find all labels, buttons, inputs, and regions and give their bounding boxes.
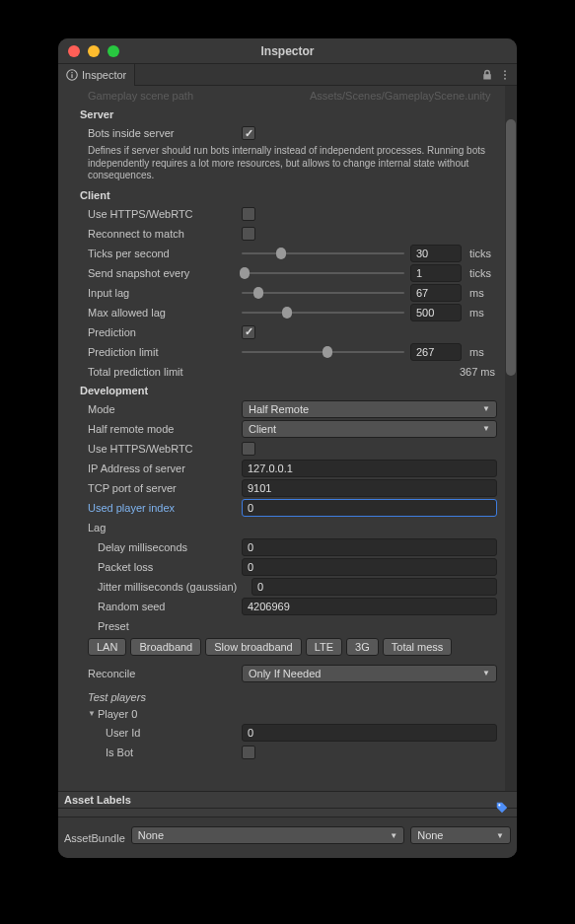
scrollbar[interactable] [505, 86, 517, 791]
tcp-input[interactable] [242, 479, 497, 497]
svg-rect-2 [71, 72, 72, 73]
server-heading: Server [64, 106, 497, 123]
total-prediction-row: Total prediction limit 367 ms [64, 362, 497, 382]
mode-dropdown[interactable]: Half Remote▼ [242, 400, 497, 418]
info-icon [66, 69, 78, 81]
is-bot-row: Is Bot [64, 743, 497, 762]
max-allowed-lag-row: Max allowed lag ms [64, 303, 497, 322]
titlebar: Inspector [58, 38, 517, 64]
inspector-window: Inspector Inspector Gameplay scene path … [58, 38, 517, 858]
bots-inside-server-row: Bots inside server [64, 123, 497, 143]
preset-total-mess-button[interactable]: Total mess [383, 638, 453, 656]
traffic-lights [58, 45, 119, 57]
reconnect-checkbox[interactable] [242, 227, 255, 241]
send-snapshot-row: Send snapshot every ticks [64, 263, 497, 283]
chevron-down-icon: ▼ [482, 404, 490, 413]
lag-heading: Lag [64, 522, 242, 533]
dev-use-https-row: Use HTTPS/WebRTC [64, 439, 497, 459]
zoom-window-button[interactable] [108, 45, 119, 57]
jitter-ms-row: Jitter milliseconds (gaussian) [64, 577, 497, 597]
client-use-https-row: Use HTTPS/WebRTC [64, 204, 497, 224]
reconnect-row: Reconnect to match [64, 224, 497, 244]
user-id-row: User Id [64, 723, 497, 743]
reconcile-dropdown[interactable]: Only If Needed▼ [242, 665, 497, 682]
input-lag-row: Input lag ms [64, 283, 497, 303]
preset-slow-broadband-button[interactable]: Slow broadband [205, 638, 302, 656]
preset-buttons: LAN Broadband Slow broadband LTE 3G Tota… [64, 636, 497, 658]
ticks-per-second-input[interactable] [410, 245, 462, 262]
preset-3g-button[interactable]: 3G [346, 638, 379, 656]
random-seed-row: Random seed [64, 597, 497, 616]
prediction-limit-row: Prediction limit ms [64, 342, 497, 362]
asset-bundle-row: AssetBundle None▼ None▼ [58, 817, 517, 858]
half-remote-mode-dropdown[interactable]: Client▼ [242, 420, 497, 438]
used-player-index-input[interactable] [242, 499, 497, 517]
gameplay-scene-path-row: Gameplay scene path Assets/Scenes/Gamepl… [64, 86, 497, 106]
preset-label: Preset [64, 620, 242, 632]
packet-loss-input[interactable] [242, 558, 497, 576]
preset-lan-button[interactable]: LAN [88, 638, 126, 656]
preset-broadband-button[interactable]: Broadband [130, 638, 201, 656]
packet-loss-row: Packet loss [64, 557, 497, 577]
kebab-menu-icon[interactable] [499, 69, 511, 81]
svg-point-3 [504, 70, 506, 72]
asset-bundle-main-dropdown[interactable]: None▼ [131, 826, 404, 844]
client-heading: Client [64, 186, 497, 204]
half-remote-mode-row: Half remote mode Client▼ [64, 419, 497, 439]
input-lag-input[interactable] [410, 284, 462, 302]
jitter-ms-input[interactable] [252, 578, 497, 596]
chevron-down-icon: ▼ [390, 831, 397, 840]
client-use-https-checkbox[interactable] [242, 207, 255, 221]
tab-bar: Inspector [58, 64, 517, 86]
inspector-body: Gameplay scene path Assets/Scenes/Gamepl… [58, 86, 517, 791]
asset-bundle-variant-dropdown[interactable]: None▼ [410, 826, 511, 844]
scrollbar-thumb[interactable] [506, 119, 516, 376]
prediction-limit-input[interactable] [410, 343, 462, 361]
bots-inside-server-checkbox[interactable] [242, 126, 255, 140]
is-bot-checkbox[interactable] [242, 746, 255, 759]
prediction-checkbox[interactable] [242, 325, 255, 339]
max-allowed-lag-slider[interactable] [242, 304, 404, 321]
svg-point-4 [504, 74, 506, 76]
user-id-input[interactable] [242, 724, 497, 742]
chevron-down-icon: ▼ [482, 424, 490, 433]
random-seed-input[interactable] [242, 598, 497, 615]
player0-foldout[interactable]: ▼ Player 0 [64, 705, 497, 723]
delay-ms-row: Delay milliseconds [64, 537, 497, 557]
used-player-index-row: Used player index [64, 498, 497, 518]
triangle-down-icon: ▼ [88, 709, 96, 718]
svg-point-5 [504, 77, 506, 79]
ip-row: IP Address of server [64, 459, 497, 478]
minimize-window-button[interactable] [88, 45, 100, 57]
prediction-limit-slider[interactable] [242, 343, 404, 361]
preset-lte-button[interactable]: LTE [306, 638, 342, 656]
chevron-down-icon: ▼ [496, 831, 504, 840]
tab-inspector[interactable]: Inspector [58, 64, 135, 86]
send-snapshot-input[interactable] [410, 264, 462, 282]
ip-input[interactable] [242, 460, 497, 477]
test-players-heading: Test players [64, 689, 497, 705]
send-snapshot-slider[interactable] [242, 264, 404, 282]
close-window-button[interactable] [68, 45, 80, 57]
window-title: Inspector [58, 44, 517, 58]
ticks-per-second-slider[interactable] [242, 245, 404, 262]
input-lag-slider[interactable] [242, 284, 404, 302]
delay-ms-input[interactable] [242, 538, 497, 556]
chevron-down-icon: ▼ [482, 669, 490, 677]
svg-point-6 [498, 804, 500, 806]
svg-rect-1 [71, 74, 72, 78]
tcp-row: TCP port of server [64, 478, 497, 498]
prediction-row: Prediction [64, 322, 497, 342]
tag-icon[interactable] [495, 801, 509, 815]
tab-label: Inspector [82, 69, 126, 81]
development-heading: Development [64, 382, 497, 399]
bots-inside-desc: Defines if server should run bots intern… [64, 143, 497, 186]
dev-use-https-checkbox[interactable] [242, 442, 255, 456]
ticks-per-second-row: Ticks per second ticks [64, 244, 497, 263]
asset-labels-section: Asset Labels [58, 791, 517, 817]
max-allowed-lag-input[interactable] [410, 304, 462, 321]
lock-icon[interactable] [481, 69, 493, 81]
mode-row: Mode Half Remote▼ [64, 399, 497, 419]
reconcile-row: Reconcile Only If Needed▼ [64, 664, 497, 683]
